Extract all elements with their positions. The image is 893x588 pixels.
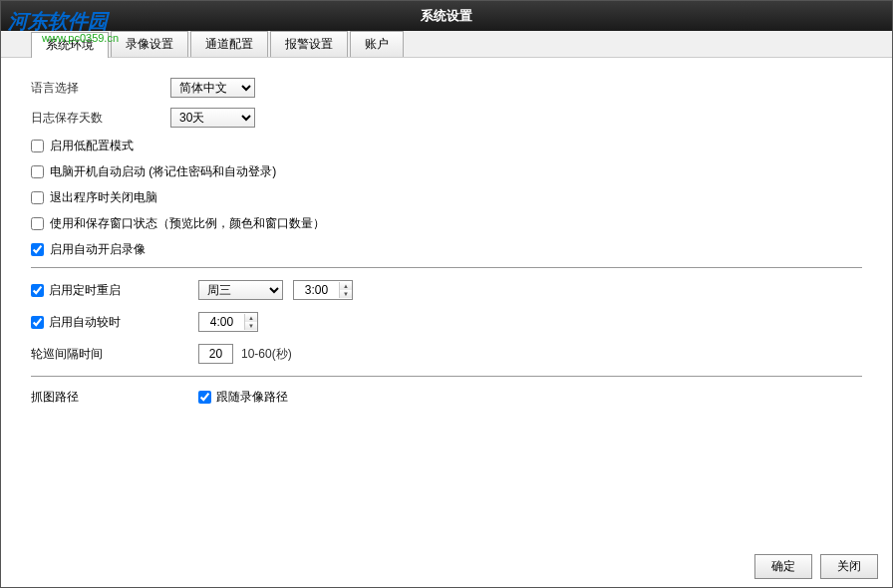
divider [31,267,862,268]
restart-day-select[interactable]: 周三 [198,280,283,300]
tab-alarm-settings[interactable]: 报警设置 [270,31,348,57]
auto-time-input[interactable]: ▲▼ [198,312,258,332]
footer: 确定 关闭 [1,546,892,587]
patrol-interval-input[interactable] [198,344,233,364]
low-config-checkbox[interactable] [31,140,44,152]
auto-time-checkbox[interactable] [31,316,44,329]
language-label: 语言选择 [31,80,170,97]
patrol-label: 轮巡间隔时间 [31,346,198,363]
shutdown-checkbox[interactable] [31,191,44,204]
snapshot-label: 抓图路径 [31,389,198,406]
auto-start-label: 电脑开机自动启动 (将记住密码和自动登录) [50,163,276,180]
low-config-label: 启用低配置模式 [50,138,134,154]
divider-2 [31,376,862,377]
restart-checkbox[interactable] [31,284,44,297]
auto-time-field[interactable] [199,315,244,329]
close-button[interactable]: 关闭 [820,554,878,579]
log-days-label: 日志保存天数 [31,110,170,127]
shutdown-label: 退出程序时关闭电脑 [50,189,157,206]
save-window-label: 使用和保存窗口状态（预览比例，颜色和窗口数量） [50,215,325,232]
save-window-checkbox[interactable] [31,217,44,230]
auto-record-label: 启用自动开启录像 [50,241,146,258]
restart-label: 启用定时重启 [49,282,121,299]
tab-record-settings[interactable]: 录像设置 [111,31,188,57]
tab-channel-config[interactable]: 通道配置 [190,31,268,57]
tab-system-env[interactable]: 系统环境 [31,32,109,58]
ok-button[interactable]: 确定 [754,554,812,579]
patrol-hint: 10-60(秒) [241,346,292,363]
tab-account[interactable]: 账户 [350,31,404,57]
auto-start-checkbox[interactable] [31,165,44,178]
auto-time-label: 启用自动较时 [49,314,121,331]
restart-time-input[interactable]: ▲▼ [293,280,353,300]
follow-record-path-checkbox[interactable] [198,391,211,404]
content-panel: 语言选择 简体中文 日志保存天数 30天 启用低配置模式 电脑开机自动启动 (将… [1,58,892,546]
window-title: 系统设置 [1,1,892,31]
restart-time-field[interactable] [294,283,339,297]
auto-record-checkbox[interactable] [31,243,44,256]
language-select[interactable]: 简体中文 [170,78,255,98]
restart-time-spinner[interactable]: ▲▼ [339,282,352,298]
settings-window: 系统设置 系统环境 录像设置 通道配置 报警设置 账户 语言选择 简体中文 日志… [0,0,893,588]
tab-bar: 系统环境 录像设置 通道配置 报警设置 账户 [1,31,892,58]
follow-record-path-label: 跟随录像路径 [216,389,288,406]
log-days-select[interactable]: 30天 [170,108,255,128]
auto-time-spinner[interactable]: ▲▼ [244,314,257,330]
